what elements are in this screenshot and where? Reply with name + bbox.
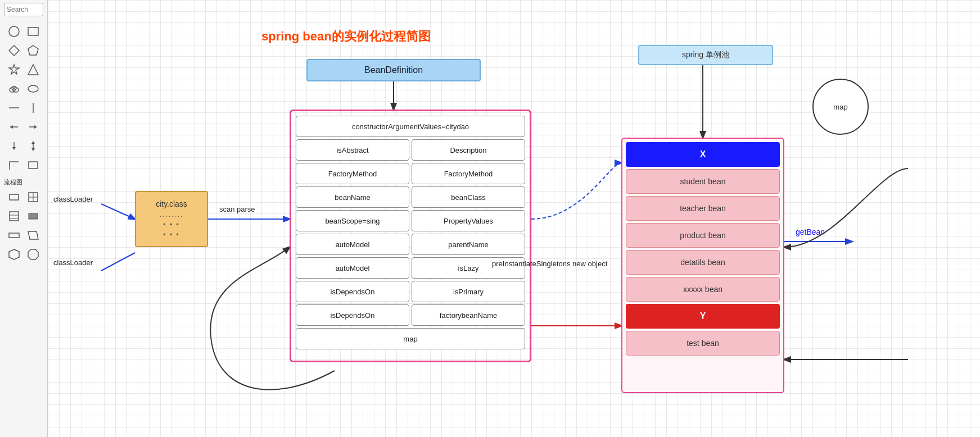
preinstantiate-label: preInstantiateSingletons new object xyxy=(492,260,607,268)
cell-parentname[interactable]: parentName xyxy=(412,234,525,255)
cell-beanname[interactable]: beanName xyxy=(296,186,409,208)
shape-row-6 xyxy=(6,119,42,135)
cell-isdependson1[interactable]: isDependsOn xyxy=(296,281,409,302)
city-class-box[interactable]: city.class ........ • • • • • • xyxy=(135,191,208,247)
star-shape[interactable] xyxy=(6,61,22,78)
cell-factorymethod2[interactable]: FactoryMethod xyxy=(412,163,525,184)
diagram-title: spring bean的实例化过程简图 xyxy=(261,28,431,45)
svg-marker-15 xyxy=(34,125,37,129)
getbean-label: getBean xyxy=(796,227,825,236)
singleton-test-bean[interactable]: test bean xyxy=(626,331,780,356)
arrow-down-shape[interactable] xyxy=(6,138,22,154)
singleton-teacher-bean[interactable]: teacher bean xyxy=(626,196,780,221)
row-9: isDependsOn factorybeanName xyxy=(296,304,525,326)
svg-line-35 xyxy=(101,204,135,219)
row-5: beanScope=sing PropertyValues xyxy=(296,210,525,231)
line-v-shape[interactable] xyxy=(25,99,42,116)
octagon-shape[interactable] xyxy=(25,246,42,263)
svg-marker-13 xyxy=(10,125,13,129)
shape-row-2 xyxy=(6,42,42,59)
line-h-shape[interactable] xyxy=(6,99,22,116)
row-6: autoModel parentName xyxy=(296,234,525,255)
cell-isabstract[interactable]: isAbstract xyxy=(296,139,409,161)
svg-rect-26 xyxy=(10,212,19,221)
svg-marker-2 xyxy=(9,45,19,56)
city-dots-2: • • • xyxy=(163,221,179,229)
shape-row-10 xyxy=(6,208,42,225)
svg-marker-19 xyxy=(31,141,35,144)
arrow-right-shape[interactable] xyxy=(25,119,42,135)
cloud-shape[interactable] xyxy=(6,80,22,97)
singleton-x-item[interactable]: X xyxy=(626,142,780,167)
svg-marker-4 xyxy=(9,65,19,74)
circle-shape[interactable] xyxy=(6,23,22,40)
singleton-y-item[interactable]: Y xyxy=(626,304,780,329)
thick-rect-shape[interactable] xyxy=(25,208,42,225)
shape-row-12 xyxy=(6,246,42,263)
spring-pool-label-text: spring 单例池 xyxy=(682,50,729,60)
diamond-shape[interactable] xyxy=(6,42,22,59)
parallelogram-shape[interactable] xyxy=(25,227,42,244)
sidebar-section-label: 流程图 xyxy=(4,178,43,186)
cell-description[interactable]: Description xyxy=(412,139,525,161)
cell-beanscope[interactable]: beanScope=sing xyxy=(296,210,409,231)
triangle-shape[interactable] xyxy=(25,61,42,78)
bean-definition-box[interactable]: BeanDefinition xyxy=(306,59,481,81)
row-1: constructorArgumentValues=citydao xyxy=(296,116,525,137)
shape-row-5 xyxy=(6,99,42,116)
cell-factorybeanname[interactable]: factorybeanName xyxy=(412,304,525,326)
svg-rect-21 xyxy=(29,162,38,169)
search-input[interactable] xyxy=(4,3,43,16)
row-7: autoModel isLazy xyxy=(296,257,525,279)
cell-map[interactable]: map xyxy=(296,328,525,349)
city-dots-1: ........ xyxy=(160,211,184,219)
svg-marker-5 xyxy=(28,65,38,75)
cell-constructor[interactable]: constructorArgumentValues=citydao xyxy=(296,116,525,137)
wide-rect-shape[interactable] xyxy=(6,227,22,244)
main-box-inner: constructorArgumentValues=citydao isAbst… xyxy=(296,116,525,356)
corner-shape[interactable] xyxy=(6,157,22,174)
singleton-details-bean[interactable]: detatils bean xyxy=(626,250,780,275)
canvas: spring bean的实例化过程简图 BeanDefinition const… xyxy=(48,0,980,437)
shape-row-1 xyxy=(6,23,42,40)
row-4: beanName beanClass xyxy=(296,186,525,208)
cell-isprimary[interactable]: isPrimary xyxy=(412,281,525,302)
cell-factorymethod1[interactable]: FactoryMethod xyxy=(296,163,409,184)
map-circle-label: map xyxy=(833,103,847,111)
shape-row-9 xyxy=(6,189,42,206)
shape-row-7 xyxy=(6,138,42,154)
grid-shape[interactable] xyxy=(25,189,42,206)
svg-marker-33 xyxy=(28,249,38,260)
pentagon-shape[interactable] xyxy=(25,42,42,59)
cell-propertyvalues[interactable]: PropertyValues xyxy=(412,210,525,231)
bean-definition-label: BeanDefinition xyxy=(364,65,423,75)
svg-rect-22 xyxy=(10,194,19,200)
row-10: map xyxy=(296,328,525,349)
svg-marker-31 xyxy=(28,231,38,239)
oval-shape[interactable] xyxy=(25,80,42,97)
cell-isdependson2[interactable]: isDependsOn xyxy=(296,304,409,326)
svg-marker-32 xyxy=(9,249,19,260)
shape-row-11 xyxy=(6,227,42,244)
row-8: isDependsOn isPrimary xyxy=(296,281,525,302)
shape-row-4 xyxy=(6,80,42,97)
singleton-student-bean[interactable]: student bean xyxy=(626,169,780,194)
row-3: FactoryMethod FactoryMethod xyxy=(296,163,525,184)
svg-marker-3 xyxy=(28,45,38,55)
classloader-top-label: classLoader xyxy=(53,195,93,203)
cell-beanclass[interactable]: beanClass xyxy=(412,186,525,208)
cell-automodel1[interactable]: autoModel xyxy=(296,234,409,255)
svg-rect-30 xyxy=(9,233,19,238)
arrow-up-down-shape[interactable] xyxy=(25,138,42,154)
singleton-xxxxx-bean[interactable]: xxxxx bean xyxy=(626,277,780,302)
rect2-shape[interactable] xyxy=(25,157,42,174)
table-shape[interactable] xyxy=(6,208,22,225)
hexagon-shape[interactable] xyxy=(6,246,22,263)
singleton-product-bean[interactable]: product bean xyxy=(626,223,780,248)
rect-shape[interactable] xyxy=(25,23,42,40)
cell-automodel2[interactable]: autoModel xyxy=(296,257,409,279)
arrow-left-shape[interactable] xyxy=(6,119,22,135)
process-rect-shape[interactable] xyxy=(6,189,22,206)
spring-pool-box[interactable]: spring 单例池 xyxy=(638,45,773,65)
svg-marker-17 xyxy=(12,147,16,150)
